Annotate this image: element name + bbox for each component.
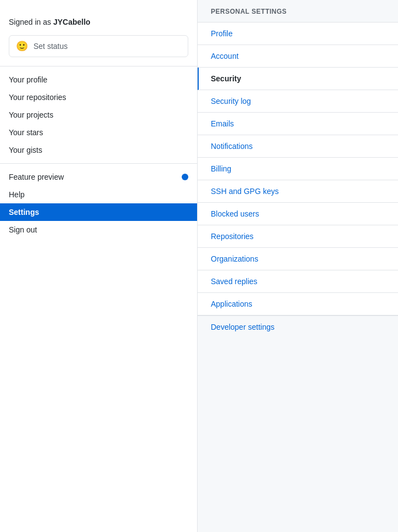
right-footer: Developer settings xyxy=(198,315,398,338)
left-panel: Signed in as JYCabello 🙂 Set status Your… xyxy=(0,0,198,532)
nav-item-billing[interactable]: Billing xyxy=(198,158,398,180)
nav-item-profile[interactable]: Profile xyxy=(198,23,398,45)
nav-item-organizations[interactable]: Organizations xyxy=(198,248,398,270)
sidebar-item-settings[interactable]: Settings xyxy=(0,203,197,221)
smiley-icon: 🙂 xyxy=(16,40,28,52)
nav-item-repositories[interactable]: Repositories xyxy=(198,225,398,248)
personal-settings-title: Personal settings xyxy=(211,8,287,15)
sidebar-item-your-repositories[interactable]: Your repositories xyxy=(0,88,197,106)
sidebar-item-feature-preview[interactable]: Feature preview xyxy=(0,168,197,186)
nav-item-saved-replies[interactable]: Saved replies xyxy=(198,270,398,293)
left-nav: Your profile Your repositories Your proj… xyxy=(0,66,197,243)
set-status-button[interactable]: 🙂 Set status xyxy=(9,35,188,57)
sidebar-item-your-stars[interactable]: Your stars xyxy=(0,124,197,141)
nav-item-notifications[interactable]: Notifications xyxy=(198,135,398,158)
sidebar-item-your-gists[interactable]: Your gists xyxy=(0,141,197,159)
nav-item-security-log[interactable]: Security log xyxy=(198,90,398,113)
sidebar-item-sign-out[interactable]: Sign out xyxy=(0,221,197,239)
sidebar-item-your-profile[interactable]: Your profile xyxy=(0,71,197,88)
left-nav-divider xyxy=(0,163,197,164)
nav-item-ssh-gpg-keys[interactable]: SSH and GPG keys xyxy=(198,180,398,203)
feature-preview-dot xyxy=(182,174,188,180)
right-header: Personal settings xyxy=(198,0,398,23)
right-nav: Profile Account Security Security log Em… xyxy=(198,23,398,315)
set-status-label: Set status xyxy=(33,42,68,51)
nav-item-emails[interactable]: Emails xyxy=(198,113,398,135)
username: JYCabello xyxy=(53,18,91,26)
nav-item-blocked-users[interactable]: Blocked users xyxy=(198,203,398,225)
signed-in-label: Signed in as JYCabello xyxy=(0,11,197,31)
right-panel: Personal settings Profile Account Securi… xyxy=(198,0,398,532)
nav-item-security: Security xyxy=(198,68,398,90)
sidebar-item-your-projects[interactable]: Your projects xyxy=(0,106,197,124)
sidebar-item-help[interactable]: Help xyxy=(0,186,197,203)
nav-item-account[interactable]: Account xyxy=(198,45,398,68)
nav-item-developer-settings[interactable]: Developer settings xyxy=(198,316,398,338)
nav-item-applications[interactable]: Applications xyxy=(198,293,398,315)
